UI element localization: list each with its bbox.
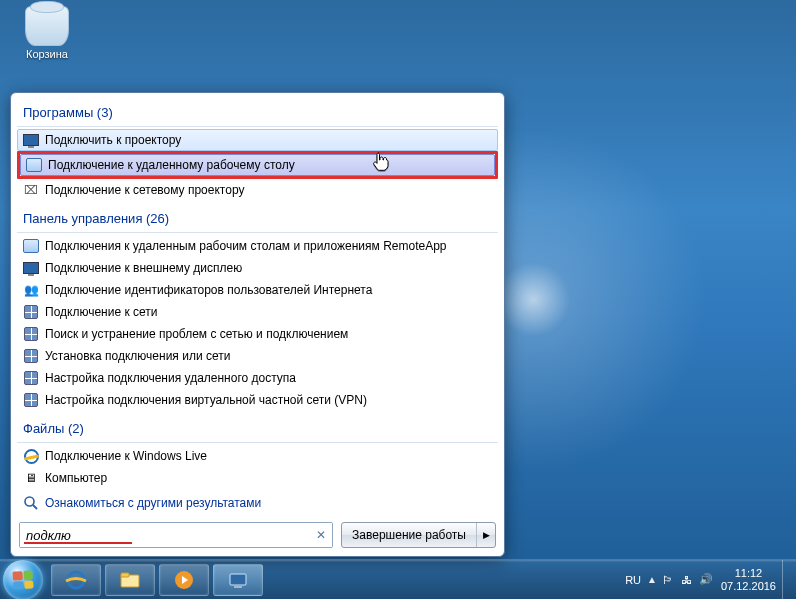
system-tray: RU ▲ 🏳 🖧 🔊 11:12 07.12.2016 (625, 560, 796, 599)
result-item-setup-network[interactable]: Установка подключения или сети (17, 345, 498, 367)
dialup-icon (23, 370, 39, 386)
group-header-programs: Программы (3) (17, 101, 498, 127)
result-item-remote-desktop[interactable]: Подключение к удаленному рабочему столу (20, 154, 495, 176)
ie-icon (23, 448, 39, 464)
taskbar: RU ▲ 🏳 🖧 🔊 11:12 07.12.2016 (0, 559, 796, 599)
tray-overflow-icon[interactable]: ▲ (647, 574, 657, 585)
start-menu-bottom-bar: ✕ Завершение работы ▶ (15, 516, 500, 552)
svg-rect-4 (121, 573, 129, 577)
clock-time: 11:12 (721, 567, 776, 580)
group-header-files: Файлы (2) (17, 417, 498, 443)
taskbar-app-wmp[interactable] (159, 564, 209, 596)
result-item-network-troubleshoot[interactable]: Поиск и устранение проблем с сетью и под… (17, 323, 498, 345)
result-label: Настройка подключения удаленного доступа (45, 371, 296, 385)
shutdown-label: Завершение работы (352, 528, 466, 542)
group-header-control-panel: Панель управления (26) (17, 207, 498, 233)
svg-point-0 (25, 497, 34, 506)
volume-tray-icon[interactable]: 🔊 (699, 573, 713, 587)
language-indicator[interactable]: RU (625, 574, 641, 586)
start-button[interactable] (3, 560, 43, 600)
clock-date: 07.12.2016 (721, 580, 776, 593)
network-icon (23, 304, 39, 320)
vpn-icon (23, 392, 39, 408)
result-item-dialup[interactable]: Настройка подключения удаленного доступа (17, 367, 498, 389)
see-more-label: Ознакомиться с другими результатами (45, 496, 261, 510)
recycle-bin-label: Корзина (16, 48, 78, 60)
clear-search-icon[interactable]: ✕ (316, 528, 326, 542)
rdp-icon (26, 157, 42, 173)
taskbar-app-explorer[interactable] (105, 564, 155, 596)
annotation-search-underline (24, 542, 132, 544)
show-desktop-button[interactable] (782, 560, 792, 600)
shutdown-options-arrow[interactable]: ▶ (477, 523, 495, 547)
windows-logo-icon (12, 570, 33, 589)
search-icon (23, 495, 39, 511)
result-item-vpn[interactable]: Настройка подключения виртуальной частно… (17, 389, 498, 411)
result-label: Поиск и устранение проблем с сетью и под… (45, 327, 348, 341)
network-projector-icon: ⌧ (23, 182, 39, 198)
result-item-connect-network[interactable]: Подключение к сети (17, 301, 498, 323)
result-item-network-projector[interactable]: ⌧ Подключение к сетевому проектору (17, 179, 498, 201)
search-results-area: Программы (3) Подключить к проектору Под… (15, 97, 500, 516)
taskbar-app-running[interactable] (213, 564, 263, 596)
external-display-icon (23, 260, 39, 276)
result-label: Подключение к удаленному рабочему столу (48, 158, 295, 172)
start-menu-panel: Программы (3) Подключить к проектору Под… (10, 92, 505, 557)
network-tray-icon[interactable]: 🖧 (680, 573, 694, 587)
projector-icon (23, 132, 39, 148)
result-item-windows-live[interactable]: Подключение к Windows Live (17, 445, 498, 467)
annotation-highlight-box: Подключение к удаленному рабочему столу (17, 151, 498, 179)
see-more-results-link[interactable]: Ознакомиться с другими результатами (17, 489, 498, 516)
clock[interactable]: 11:12 07.12.2016 (721, 567, 776, 592)
result-label: Подключение к внешнему дисплею (45, 261, 242, 275)
svg-rect-7 (230, 574, 246, 585)
result-item-computer[interactable]: 🖥 Компьютер (17, 467, 498, 489)
action-center-icon[interactable]: 🏳 (661, 573, 675, 587)
network-troubleshoot-icon (23, 326, 39, 342)
result-item-internet-ids[interactable]: 👥 Подключение идентификаторов пользовате… (17, 279, 498, 301)
result-label: Подключение идентификаторов пользователе… (45, 283, 372, 297)
recycle-bin-icon (25, 6, 69, 46)
result-label: Подключение к сети (45, 305, 157, 319)
result-label: Компьютер (45, 471, 107, 485)
result-label: Подключить к проектору (45, 133, 181, 147)
result-item-connect-projector[interactable]: Подключить к проектору (17, 129, 498, 151)
svg-rect-8 (234, 586, 242, 588)
result-label: Подключение к сетевому проектору (45, 183, 244, 197)
computer-icon: 🖥 (23, 470, 39, 486)
search-box[interactable]: ✕ (19, 522, 333, 548)
result-label: Установка подключения или сети (45, 349, 230, 363)
shutdown-button[interactable]: Завершение работы (342, 523, 477, 547)
taskbar-app-ie[interactable] (51, 564, 101, 596)
users-icon: 👥 (23, 282, 39, 298)
svg-line-1 (33, 505, 37, 509)
recycle-bin-desktop-icon[interactable]: Корзина (16, 6, 78, 60)
remoteapp-icon (23, 238, 39, 254)
result-label: Настройка подключения виртуальной частно… (45, 393, 367, 407)
result-label: Подключение к Windows Live (45, 449, 207, 463)
result-item-external-display[interactable]: Подключение к внешнему дисплею (17, 257, 498, 279)
result-label: Подключения к удаленным рабочим столам и… (45, 239, 447, 253)
tray-icons-group: 🏳 🖧 🔊 (661, 573, 713, 587)
shutdown-split-button[interactable]: Завершение работы ▶ (341, 522, 496, 548)
result-item-remoteapp[interactable]: Подключения к удаленным рабочим столам и… (17, 235, 498, 257)
setup-network-icon (23, 348, 39, 364)
